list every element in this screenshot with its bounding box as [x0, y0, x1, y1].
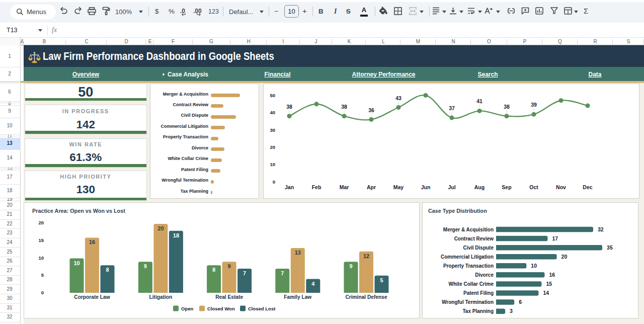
svg-text:5: 5	[41, 272, 44, 278]
svg-text:May: May	[393, 184, 404, 190]
svg-text:16: 16	[549, 272, 555, 278]
svg-text:8: 8	[212, 267, 215, 273]
svg-text:36: 36	[368, 107, 374, 113]
svg-text:Jul: Jul	[448, 184, 455, 190]
svg-text:9: 9	[228, 263, 231, 269]
svg-text:15: 15	[546, 281, 552, 287]
svg-text:50: 50	[270, 93, 275, 98]
svg-text:10: 10	[531, 263, 537, 269]
svg-text:Merger & Acquisition: Merger & Acquisition	[443, 227, 494, 232]
svg-text:Patent Filing: Patent Filing	[463, 290, 494, 296]
svg-text:Property Transaction: Property Transaction	[443, 263, 494, 269]
svg-text:Jan: Jan	[285, 184, 294, 190]
svg-text:Divorce: Divorce	[475, 272, 494, 278]
svg-text:6: 6	[519, 299, 522, 305]
svg-text:35: 35	[607, 245, 613, 251]
svg-text:Dec: Dec	[583, 184, 592, 190]
svg-text:4: 4	[311, 281, 315, 287]
svg-text:20: 20	[38, 220, 44, 225]
svg-text:Feb: Feb	[312, 184, 321, 190]
svg-text:41: 41	[476, 98, 482, 104]
svg-text:Tax Planning: Tax Planning	[463, 308, 494, 314]
svg-text:9: 9	[349, 263, 352, 269]
svg-text:32: 32	[598, 226, 604, 232]
svg-text:30: 30	[270, 127, 275, 132]
svg-text:Civil Dispute: Civil Dispute	[463, 245, 494, 251]
svg-text:20: 20	[157, 225, 164, 231]
svg-text:40: 40	[270, 110, 275, 115]
svg-text:Real Estate: Real Estate	[215, 294, 243, 300]
svg-text:37: 37	[449, 105, 455, 111]
svg-text:20: 20	[270, 144, 275, 149]
svg-text:Nov: Nov	[556, 184, 566, 190]
svg-text:White Collar Crime: White Collar Crime	[449, 281, 494, 287]
svg-text:7: 7	[281, 270, 284, 276]
svg-text:Family Law: Family Law	[284, 294, 311, 300]
svg-text:15: 15	[38, 237, 44, 243]
svg-text:0: 0	[41, 290, 44, 295]
svg-text:20: 20	[561, 254, 568, 260]
svg-text:18: 18	[173, 232, 179, 238]
svg-text:Litigation: Litigation	[149, 294, 172, 300]
svg-text:Criminal Defense: Criminal Defense	[345, 294, 387, 300]
svg-text:Jun: Jun	[421, 184, 431, 190]
svg-text:Oct: Oct	[529, 184, 538, 190]
svg-text:Corporate Law: Corporate Law	[74, 294, 110, 300]
svg-text:0: 0	[273, 179, 275, 184]
svg-text:8: 8	[106, 267, 109, 273]
svg-text:13: 13	[295, 250, 301, 256]
svg-text:38: 38	[286, 103, 292, 109]
svg-text:10: 10	[38, 255, 44, 261]
svg-text:39: 39	[531, 102, 537, 108]
svg-text:Aug: Aug	[474, 184, 485, 190]
svg-text:Sep: Sep	[502, 184, 511, 190]
svg-text:Contract Review: Contract Review	[454, 236, 494, 241]
svg-text:38: 38	[341, 103, 347, 109]
svg-text:Practice Area: Open vs Won vs: Practice Area: Open vs Won vs Lost	[32, 208, 125, 214]
svg-text:Apr: Apr	[367, 184, 376, 190]
svg-text:38: 38	[504, 103, 510, 109]
svg-text:14: 14	[543, 290, 549, 296]
svg-text:Closed Won: Closed Won	[207, 306, 235, 311]
svg-text:5: 5	[380, 277, 383, 283]
svg-text:3: 3	[510, 308, 513, 314]
svg-text:9: 9	[144, 263, 147, 269]
svg-text:Case Type Distribution: Case Type Distribution	[428, 208, 487, 214]
svg-text:43: 43	[395, 95, 401, 101]
svg-text:Mar: Mar	[340, 184, 349, 190]
svg-text:12: 12	[363, 253, 369, 259]
svg-text:Open: Open	[181, 306, 193, 311]
svg-text:Wrongful Termination: Wrongful Termination	[442, 299, 494, 305]
svg-text:16: 16	[89, 239, 95, 245]
svg-text:17: 17	[552, 235, 558, 241]
svg-text:Commercial Litigation: Commercial Litigation	[441, 254, 494, 260]
svg-text:7: 7	[243, 270, 246, 276]
svg-text:10: 10	[73, 260, 79, 266]
svg-text:10: 10	[270, 161, 275, 167]
svg-text:Closed Lost: Closed Lost	[248, 306, 276, 311]
